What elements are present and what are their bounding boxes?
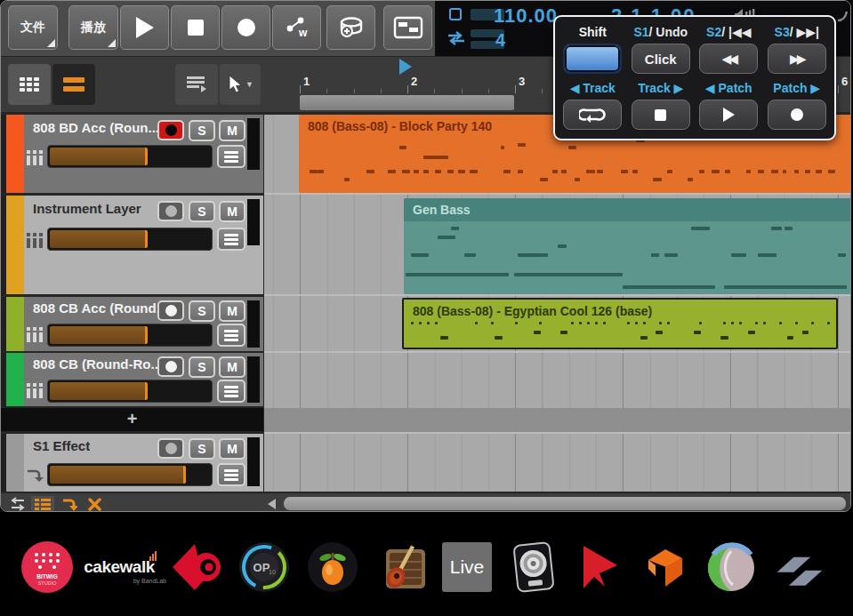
solo-button[interactable]: S (189, 356, 215, 378)
tempo-display[interactable]: 110.00 (494, 4, 558, 28)
record-arm-button[interactable] (157, 438, 184, 459)
track-header-instrument-layer[interactable]: Instrument Layer S M (1, 196, 263, 294)
row-separator (264, 193, 851, 195)
record-button[interactable] (221, 5, 270, 50)
track-name[interactable]: 808 CB (Round-Ro... (33, 356, 157, 372)
clip-launcher-view-button[interactable] (8, 64, 51, 105)
app-fl-studio[interactable] (306, 540, 359, 594)
menu-fold-corner (47, 39, 55, 47)
clip-egyptian-cool[interactable]: 808 (Bass-08) - Egyptian Cool 126 (base) (402, 298, 838, 349)
horizontal-scrollbar-thumb[interactable] (284, 497, 846, 510)
volume-fill (50, 230, 148, 248)
loop-pad-button[interactable] (563, 100, 622, 130)
track-menu-button[interactable] (217, 145, 245, 168)
mute-button[interactable]: M (219, 438, 245, 460)
solo-button[interactable]: S (189, 120, 215, 141)
loop-region-bar[interactable] (300, 95, 514, 110)
track-header-808-bd-acc[interactable]: 808 BD Acc (Roun... S M (1, 115, 263, 193)
bitwig-studio-icon: BITWIG STUDIO (20, 540, 74, 594)
track-name[interactable]: 808 CB Acc (Round... (33, 300, 157, 316)
volume-fill (50, 466, 186, 484)
track-menu-button[interactable] (217, 463, 245, 486)
track-menu-button[interactable] (217, 228, 245, 251)
mute-button[interactable]: M (219, 300, 245, 322)
play-pad-button[interactable] (699, 100, 758, 130)
stop-pad-button[interactable] (632, 100, 690, 130)
jump-down-button[interactable] (58, 496, 81, 512)
solo-button[interactable]: S (189, 438, 215, 460)
app-ableton-live[interactable]: Live (440, 540, 494, 594)
app-op-knob[interactable]: OP 10 (237, 540, 291, 594)
play-button[interactable] (120, 5, 169, 50)
mute-button[interactable]: M (219, 201, 245, 222)
record-arm-button[interactable] (157, 300, 184, 321)
pointer-tool-button[interactable]: ▼ (220, 64, 261, 105)
click-pad-button[interactable]: Click (632, 44, 690, 74)
volume-slider[interactable] (47, 145, 213, 168)
track-list-button[interactable] (31, 496, 54, 512)
track-menu-button[interactable] (217, 324, 245, 347)
add-track-button[interactable]: + (1, 408, 263, 431)
app-orange-cube-daw[interactable] (638, 540, 691, 594)
overlay-label-patch-prev: ◀ Patch (696, 79, 761, 97)
app-gray-wings-daw[interactable] (772, 540, 825, 594)
track-name[interactable]: Instrument Layer (33, 201, 141, 216)
loop-icon (579, 107, 606, 123)
record-arm-button[interactable] (157, 201, 184, 221)
app-bitwig-studio[interactable]: BITWIG STUDIO (20, 540, 74, 594)
rewind-pad-button[interactable]: ◀◀ (699, 44, 758, 74)
file-menu-button[interactable]: 文件 (8, 5, 58, 50)
app-logic-pro[interactable] (507, 540, 560, 594)
mute-button[interactable]: M (219, 120, 245, 141)
volume-slider[interactable] (47, 380, 213, 403)
forward-pad-button[interactable]: ▶▶ (768, 44, 826, 74)
record-arm-button[interactable] (157, 356, 184, 377)
swap-panels-button[interactable] (6, 496, 29, 512)
solo-button[interactable]: S (189, 201, 215, 222)
stop-button[interactable] (171, 5, 220, 50)
clip-gen-bass[interactable]: Gen Bass (404, 198, 851, 294)
add-instrument-button[interactable] (326, 5, 375, 50)
play-menu-button[interactable]: 播放 (68, 5, 118, 50)
arranger-area: 808 (Bass-08) - Block Party 140 Gen Bass… (1, 112, 850, 492)
volume-slider[interactable] (47, 463, 213, 486)
cubase-icon (171, 540, 224, 594)
bar-number: 3 (519, 75, 525, 88)
time-signature-display[interactable]: 4 (495, 30, 505, 51)
fl-studio-icon (306, 540, 359, 594)
track-name[interactable]: 808 BD Acc (Roun... (33, 120, 157, 135)
record-arm-button[interactable] (157, 120, 184, 140)
track-header-808-cb-acc[interactable]: 808 CB Acc (Round... S M (1, 297, 263, 351)
ableton-live-icon: Live (442, 542, 492, 592)
track-menu-button[interactable] (217, 380, 245, 403)
app-garageband[interactable] (375, 540, 429, 594)
record-pad-button[interactable] (768, 100, 826, 130)
play-icon (723, 108, 735, 122)
menu-fold-corner (108, 39, 116, 47)
automation-write-button[interactable]: w (272, 5, 321, 50)
volume-slider[interactable] (47, 324, 213, 347)
app-reaper[interactable] (704, 540, 758, 594)
cursor-arrow-icon (227, 75, 243, 94)
playhead-marker[interactable] (399, 59, 412, 75)
dual-view-button[interactable] (383, 5, 432, 50)
reaper-icon (704, 540, 758, 594)
shift-pad-button[interactable] (563, 44, 622, 74)
mute-button[interactable]: M (219, 356, 245, 378)
track-color-strip (6, 353, 24, 406)
row-separator (264, 351, 851, 353)
solo-button[interactable]: S (189, 300, 215, 322)
bottom-scroll-bar (1, 492, 850, 512)
arranger-view-button[interactable] (52, 64, 95, 105)
track-name[interactable]: S1 Effect (33, 438, 90, 453)
scroll-left-arrow[interactable] (268, 499, 276, 509)
track-header-s1-effect[interactable]: S1 Effect S M (1, 434, 263, 492)
app-cubase[interactable] (171, 540, 224, 594)
row-separator (264, 294, 851, 296)
follow-playback-button[interactable] (175, 64, 218, 105)
app-cakewalk[interactable]: cakewalk by BandLab (69, 540, 169, 594)
close-panel-button[interactable] (83, 496, 106, 512)
app-red-arrow-daw[interactable] (571, 540, 624, 594)
volume-slider[interactable] (47, 228, 213, 251)
track-header-808-cb[interactable]: 808 CB (Round-Ro... S M (1, 353, 263, 406)
